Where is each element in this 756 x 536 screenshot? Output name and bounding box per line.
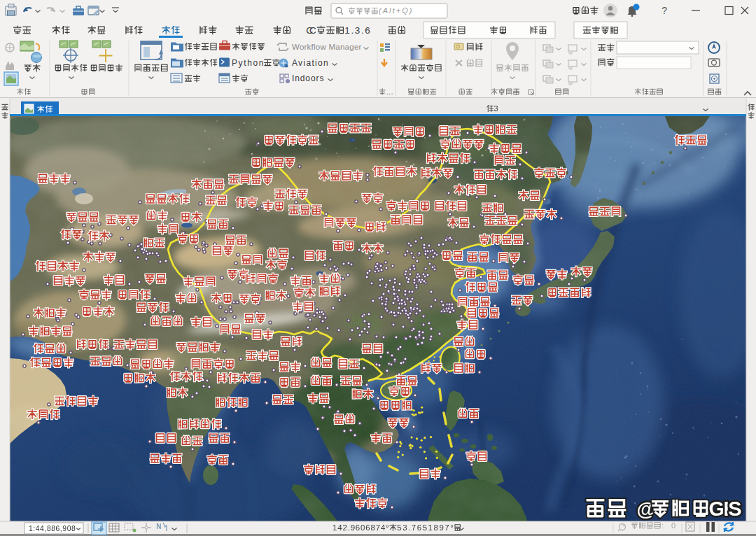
svg-text:CC: CC: [306, 25, 316, 36]
svg-text:N: N: [156, 523, 161, 530]
svg-text:3: 3: [494, 104, 498, 113]
svg-text:53.7651897°: 53.7651897°: [397, 523, 454, 532]
svg-text:0: 0: [671, 521, 676, 530]
svg-text:1.3.6: 1.3.6: [344, 25, 370, 36]
svg-text:GIS: GIS: [709, 498, 742, 520]
svg-text:Indoors: Indoors: [292, 73, 323, 83]
svg-text:Workflow Manager: Workflow Manager: [292, 43, 362, 51]
svg-text::: :: [662, 521, 664, 530]
svg-text:1:44,886,908: 1:44,886,908: [29, 525, 76, 533]
svg-text:(Alt+Q): (Alt+Q): [379, 6, 412, 15]
svg-text:?: ?: [662, 5, 667, 16]
svg-text:Python: Python: [232, 58, 263, 68]
svg-text:142.9606874°: 142.9606874°: [332, 523, 389, 532]
svg-text:…: …: [386, 87, 393, 96]
